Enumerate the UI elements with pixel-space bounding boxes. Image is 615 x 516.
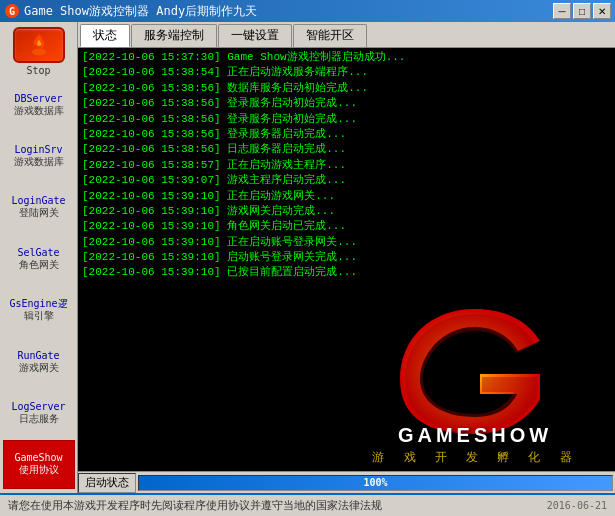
- sidebar-item-gameshow[interactable]: GameShow 使用协议: [3, 440, 75, 489]
- minimize-button[interactable]: ─: [553, 3, 571, 19]
- loginsrv-label-en: LoginSrv: [14, 144, 62, 156]
- footer-notice: 请您在使用本游戏开发程序时先阅读程序使用协议并遵守当地的国家法律法规: [8, 498, 547, 513]
- maximize-button[interactable]: □: [573, 3, 591, 19]
- selgate-label-cn: 角色网关: [19, 259, 59, 271]
- footer-version: 2016-06-21: [547, 500, 607, 511]
- progress-container: 100%: [138, 475, 613, 491]
- tab-one-key[interactable]: 一键设置: [218, 24, 292, 47]
- log-line: [2022-10-06 15:38:56] 登录服务启动初始完成...: [82, 96, 611, 111]
- main-window: Stop DBServer 游戏数据库 LoginSrv 游戏数据库 Login…: [0, 22, 615, 516]
- tab-bar: 状态 服务端控制 一键设置 智能开区: [78, 22, 615, 48]
- sidebar-item-logingate[interactable]: LoginGate 登陆网关: [3, 183, 75, 232]
- content-area: 状态 服务端控制 一键设置 智能开区 [2022-10-06 15:37:30]…: [78, 22, 615, 493]
- tab-server-control[interactable]: 服务端控制: [131, 24, 217, 47]
- logingate-label-cn: 登陆网关: [19, 207, 59, 219]
- sidebar-item-selgate[interactable]: SelGate 角色网关: [3, 234, 75, 283]
- app-icon: G: [4, 3, 20, 19]
- rungate-label-en: RunGate: [17, 350, 59, 362]
- log-line: [2022-10-06 15:38:56] 登录服务启动初始完成...: [82, 112, 611, 127]
- log-line: [2022-10-06 15:38:56] 登录服务器启动完成...: [82, 127, 611, 142]
- footer: 请您在使用本游戏开发程序时先阅读程序使用协议并遵守当地的国家法律法规 2016-…: [0, 493, 615, 516]
- sidebar-item-logserver[interactable]: LogServer 日志服务: [3, 388, 75, 437]
- sidebar: Stop DBServer 游戏数据库 LoginSrv 游戏数据库 Login…: [0, 22, 78, 493]
- tab-status[interactable]: 状态: [80, 24, 130, 47]
- g-logo-svg: [385, 299, 565, 439]
- stop-icon: [25, 31, 53, 59]
- sidebar-item-dbserver[interactable]: DBServer 游戏数据库: [3, 80, 75, 129]
- log-line: [2022-10-06 15:38:56] 日志服务器启动完成...: [82, 142, 611, 157]
- stop-label: Stop: [26, 65, 50, 77]
- tab-smart-open[interactable]: 智能开区: [293, 24, 367, 47]
- log-line: [2022-10-06 15:39:10] 角色网关启动已完成...: [82, 219, 611, 234]
- title-bar-left: G Game Show游戏控制器 Andy后期制作九天: [4, 3, 257, 20]
- gameshow-sub-text: 游 戏 开 发 孵 化 器: [372, 449, 577, 466]
- gameshow-logo-overlay: GAMESHOW 游 戏 开 发 孵 化 器: [335, 276, 615, 471]
- gameshow-brand-text: GAMESHOW: [398, 424, 552, 447]
- dbserver-label-en: DBServer: [14, 93, 62, 105]
- gsengine-label-cn: 辑引擎: [24, 310, 54, 322]
- log-line: [2022-10-06 15:38:56] 数据库服务启动初始完成...: [82, 81, 611, 96]
- logserver-label-cn: 日志服务: [19, 413, 59, 425]
- log-line: [2022-10-06 15:38:54] 正在启动游戏服务端程序...: [82, 65, 611, 80]
- progress-text: 100%: [139, 476, 612, 490]
- log-line: [2022-10-06 15:39:10] 正在启动游戏网关...: [82, 189, 611, 204]
- log-line: [2022-10-06 15:39:10] 启动账号登录网关完成...: [82, 250, 611, 265]
- dbserver-label-cn: 游戏数据库: [14, 105, 64, 117]
- logingate-label-en: LoginGate: [11, 195, 65, 207]
- status-label: 启动状态: [78, 473, 136, 493]
- loginsrv-label-cn: 游戏数据库: [14, 156, 64, 168]
- sidebar-item-stop[interactable]: Stop: [3, 26, 75, 78]
- sidebar-item-rungate[interactable]: RunGate 游戏网关: [3, 337, 75, 386]
- title-bar-buttons: ─ □ ✕: [553, 3, 611, 19]
- log-line: [2022-10-06 15:37:30] Game Show游戏控制器启动成功…: [82, 50, 611, 65]
- title-bar: G Game Show游戏控制器 Andy后期制作九天 ─ □ ✕: [0, 0, 615, 22]
- selgate-label-en: SelGate: [17, 247, 59, 259]
- sidebar-item-loginsrv[interactable]: LoginSrv 游戏数据库: [3, 131, 75, 180]
- close-button[interactable]: ✕: [593, 3, 611, 19]
- svg-text:G: G: [9, 6, 15, 17]
- gameshow-btn-label-cn: 使用协议: [19, 464, 59, 476]
- logserver-label-en: LogServer: [11, 401, 65, 413]
- log-line: [2022-10-06 15:39:07] 游戏主程序启动完成...: [82, 173, 611, 188]
- log-area[interactable]: [2022-10-06 15:37:30] Game Show游戏控制器启动成功…: [78, 48, 615, 471]
- log-line: [2022-10-06 15:39:10] 正在启动账号登录网关...: [82, 235, 611, 250]
- log-line: [2022-10-06 15:39:10] 游戏网关启动完成...: [82, 204, 611, 219]
- bottom-status-bar: 启动状态 100%: [78, 471, 615, 493]
- window-body: Stop DBServer 游戏数据库 LoginSrv 游戏数据库 Login…: [0, 22, 615, 493]
- gameshow-btn-label-en: GameShow: [14, 452, 62, 464]
- log-line: [2022-10-06 15:38:57] 正在启动游戏主程序...: [82, 158, 611, 173]
- rungate-label-cn: 游戏网关: [19, 362, 59, 374]
- window-title: Game Show游戏控制器 Andy后期制作九天: [24, 3, 257, 20]
- stop-button[interactable]: [13, 27, 65, 63]
- gsengine-label-en: GsEngine逻: [9, 298, 67, 310]
- sidebar-item-gsengine[interactable]: GsEngine逻 辑引擎: [3, 286, 75, 335]
- svg-point-2: [32, 49, 46, 56]
